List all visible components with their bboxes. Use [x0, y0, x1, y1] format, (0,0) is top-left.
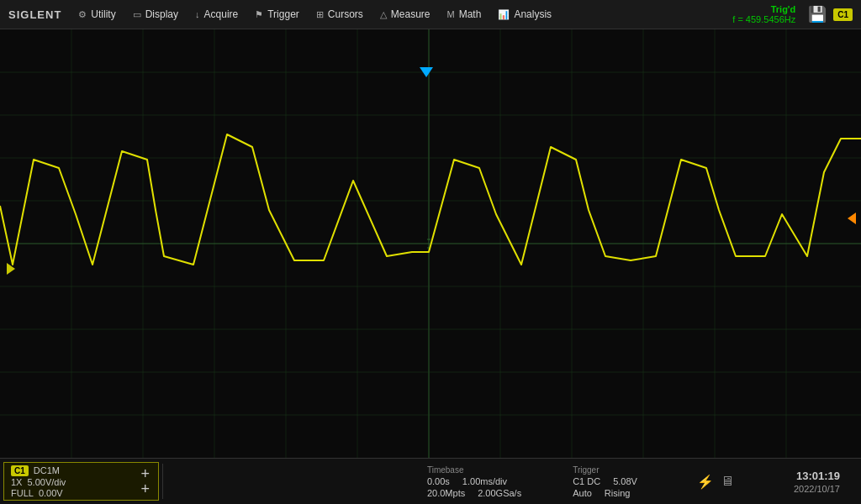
ch1-row3: FULL 0.00V: [11, 488, 151, 498]
date-display: 2022/10/17: [794, 484, 840, 494]
time-section: 13:01:19 2022/10/17: [794, 470, 848, 494]
menu-utility[interactable]: ⚙ Utility: [70, 0, 124, 29]
display-icon: ▭: [133, 9, 141, 20]
icons-section: ⚡ 🖥: [689, 474, 742, 490]
trigger-mode: Auto: [573, 488, 592, 498]
trigger-ch: C1 DC: [573, 476, 600, 486]
waveform: [0, 29, 861, 458]
status-bar: C1 DC1M 1X 5.00V/div FULL 0.00V + + Time…: [0, 458, 861, 504]
trigger-label: Trigger: [573, 465, 637, 475]
cursors-icon: ⊞: [316, 9, 324, 20]
ch1-coupling: DC1M: [34, 465, 60, 475]
channel-badge: C1: [833, 8, 853, 21]
ch1-mode: FULL: [11, 488, 34, 498]
menu-trigger[interactable]: ⚑ Trigger: [246, 0, 308, 29]
measure-icon: △: [380, 9, 387, 20]
ch1-scale: 5.00V/div: [27, 477, 66, 487]
save-icon: 💾: [808, 5, 827, 24]
trigger-row1: C1 DC 5.08V: [573, 476, 637, 486]
timebase-section: Timebase 0.00s 1.00ms/div 20.0Mpts 2.00G…: [163, 459, 861, 504]
utility-icon: ⚙: [78, 9, 87, 20]
trigger-level-marker: [848, 213, 856, 224]
menu-analysis[interactable]: 📊 Analysis: [489, 0, 560, 29]
trigger-position-arrow: [420, 67, 433, 77]
trigger-row2: Auto Rising: [573, 488, 637, 498]
network-icon: 🖥: [721, 474, 734, 489]
math-icon: M: [447, 9, 455, 19]
menu-display[interactable]: ▭ Display: [124, 0, 187, 29]
channel1-info: C1 DC1M 1X 5.00V/div FULL 0.00V + +: [3, 462, 159, 501]
ch1-probe: 1X: [11, 477, 22, 487]
menu-math[interactable]: M Math: [439, 0, 490, 29]
trigger-level: 5.08V: [613, 476, 637, 486]
timebase-offset: 0.00s: [427, 476, 450, 486]
scope-screen: [0, 29, 861, 458]
trigger-slope: Rising: [605, 488, 631, 498]
ch1-row1: C1 DC1M: [11, 465, 151, 476]
channel-level-marker: [7, 263, 15, 275]
trigger-group: Trigger C1 DC 5.08V Auto Rising: [573, 465, 637, 498]
menu-measure[interactable]: △ Measure: [372, 0, 439, 29]
ch1-badge: C1: [11, 465, 29, 476]
usb-icon: ⚡: [697, 474, 714, 490]
ch1-offset: 0.00V: [39, 488, 63, 498]
timebase-group: Timebase 0.00s 1.00ms/div 20.0Mpts 2.00G…: [427, 465, 521, 498]
menu-cursors[interactable]: ⊞ Cursors: [308, 0, 372, 29]
ch1-row2: 1X 5.00V/div: [11, 477, 151, 487]
acquire-icon: ↓: [195, 9, 200, 19]
top-right-status: Trig'd f = 459.5456Hz 💾 C1: [732, 4, 861, 24]
timebase-row2: 20.0Mpts 2.00GSa/s: [427, 488, 521, 498]
timebase-scale: 1.00ms/div: [462, 476, 507, 486]
time-display: 13:01:19: [796, 470, 840, 482]
ch1-probe-symbol: + +: [140, 466, 150, 496]
brand-label: SIGLENT: [0, 8, 70, 21]
trigger-icon: ⚑: [255, 9, 263, 20]
menu-bar: SIGLENT ⚙ Utility ▭ Display ↓ Acquire ⚑ …: [0, 0, 861, 29]
timebase-memory: 20.0Mpts: [427, 488, 465, 498]
trigger-status: Trig'd f = 459.5456Hz: [732, 4, 795, 24]
timebase-label: Timebase: [427, 465, 521, 475]
analysis-icon: 📊: [498, 9, 510, 20]
timebase-row1: 0.00s 1.00ms/div: [427, 476, 521, 486]
menu-acquire[interactable]: ↓ Acquire: [187, 0, 246, 29]
timebase-samplerate: 2.00GSa/s: [478, 488, 521, 498]
